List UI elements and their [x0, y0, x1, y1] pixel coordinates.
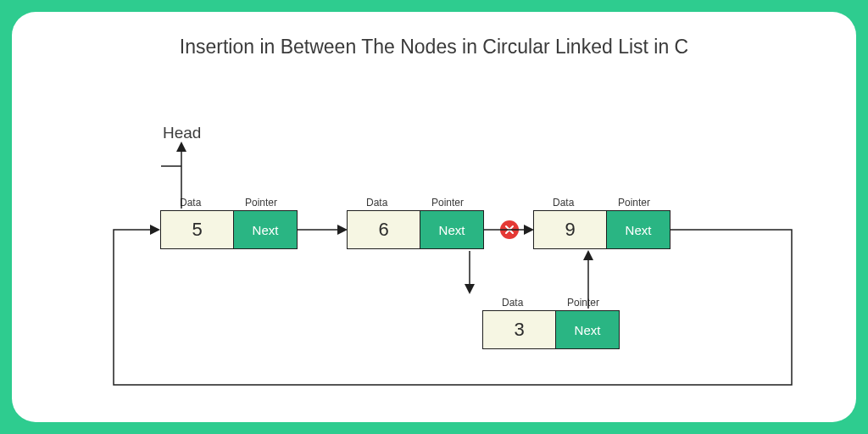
diagram-canvas: Insertion in Between The Nodes in Circul… [12, 12, 856, 422]
node-1: 5 Next [160, 210, 298, 249]
node3-pointer-label: Pointer [618, 197, 650, 209]
node-ins-value: 3 [483, 311, 556, 348]
node2-next: Next [420, 211, 483, 248]
node-ins-data-label: Data [502, 297, 523, 309]
node-2: 6 Next [347, 210, 484, 249]
node1-value: 5 [161, 211, 234, 248]
node2-value: 6 [348, 211, 420, 248]
head-label: Head [163, 124, 201, 142]
cross-icon [505, 225, 514, 234]
node1-data-label: Data [180, 197, 201, 209]
node3-value: 9 [534, 211, 607, 248]
node2-pointer-label: Pointer [431, 197, 464, 209]
node-ins-next: Next [556, 311, 619, 348]
node1-pointer-label: Pointer [245, 197, 277, 209]
diagram-title: Insertion in Between The Nodes in Circul… [12, 36, 856, 58]
node3-next: Next [607, 211, 670, 248]
arrow-circular-back [114, 230, 792, 385]
node-ins-pointer-label: Pointer [567, 297, 599, 309]
node2-data-label: Data [366, 197, 387, 209]
outer-frame: Insertion in Between The Nodes in Circul… [0, 0, 868, 434]
node-3: 9 Next [533, 210, 670, 249]
broken-link-badge [500, 220, 519, 239]
node3-data-label: Data [553, 197, 574, 209]
node1-next: Next [234, 211, 297, 248]
node-inserted: 3 Next [482, 310, 620, 349]
